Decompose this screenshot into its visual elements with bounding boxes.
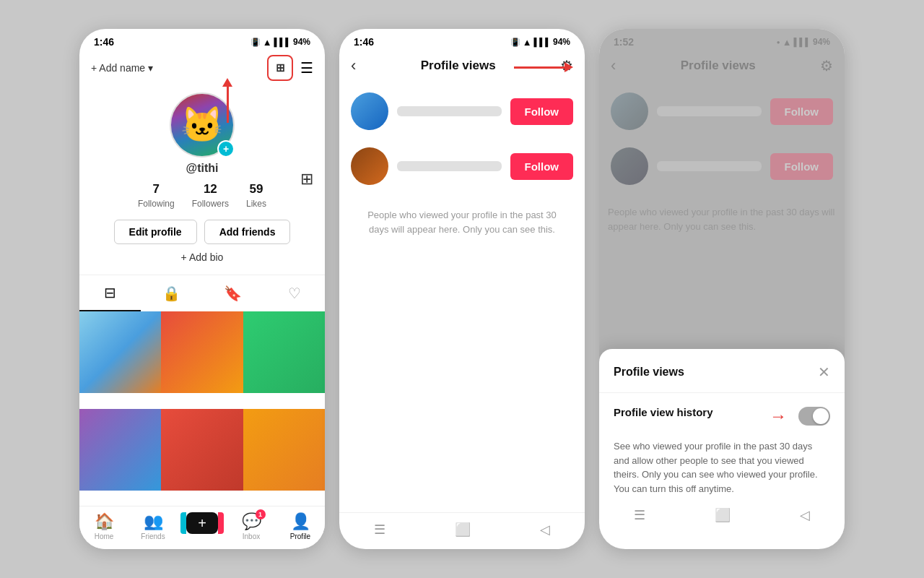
android-nav-3: ☰ ⬜ ◁: [599, 501, 845, 535]
arrow-head-up: [222, 78, 232, 87]
viewer-list-2: Follow Follow: [339, 84, 585, 194]
bottom-sheet: Profile views ✕ Profile view history → S…: [599, 349, 845, 549]
following-count: 7: [138, 182, 175, 197]
android-back-icon-3[interactable]: ◁: [800, 507, 810, 523]
status-time-2: 1:46: [354, 36, 374, 48]
stats-row: 7 Following 12 Followers 59 Likes: [138, 182, 266, 210]
add-name-label: + Add name: [91, 62, 145, 74]
nav-home[interactable]: 🏠 Home: [79, 512, 128, 540]
add-button[interactable]: +: [186, 512, 218, 534]
profile-views-icon[interactable]: ⊞: [267, 55, 293, 81]
android-home-icon-3[interactable]: ⬜: [715, 507, 731, 523]
toggle-thumb: [813, 408, 829, 424]
viewer-item-2-1: Follow: [348, 84, 576, 139]
viewer-avatar-2-1: [351, 92, 388, 130]
red-arrow-inline-icon: →: [770, 406, 787, 426]
tab-liked[interactable]: ♡: [263, 275, 325, 311]
video-cell-4[interactable]: [79, 409, 161, 491]
tab-bookmark[interactable]: 🔖: [202, 275, 263, 311]
android-home-icon-2[interactable]: ⬜: [455, 522, 471, 538]
sheet-description: See who viewed your profile in the past …: [599, 439, 845, 501]
edit-profile-button[interactable]: Edit profile: [114, 220, 197, 244]
profile-view-history-toggle[interactable]: [798, 407, 830, 426]
likes-stat[interactable]: 59 Likes: [246, 182, 266, 210]
arrow-annotation-1: [222, 78, 232, 123]
sheet-header: Profile views ✕: [599, 349, 845, 393]
hamburger-icon[interactable]: ☰: [300, 59, 313, 77]
add-name-button[interactable]: + Add name ▾: [91, 62, 153, 74]
wifi-icon: ▲: [263, 37, 272, 48]
android-nav-2: ☰ ⬜ ◁: [339, 512, 585, 549]
top-bar-icons: ⊞ ☰: [267, 55, 313, 81]
phone-2: 1:46 📳 ▲ ▌▌▌ 94% ‹ Profile views ⚙: [339, 29, 585, 549]
vibrate-icon-2: 📳: [510, 38, 520, 47]
add-friends-button[interactable]: Add friends: [204, 220, 291, 244]
battery-pct-1: 94%: [293, 37, 310, 47]
video-cell-2[interactable]: [161, 311, 243, 393]
add-bio-button[interactable]: + Add bio: [181, 251, 224, 263]
phone-2-wrapper: 1:46 📳 ▲ ▌▌▌ 94% ‹ Profile views ⚙: [339, 29, 585, 549]
content-tab-row: ⊟ 🔒 🔖 ♡: [79, 275, 325, 311]
android-menu-icon-2[interactable]: ☰: [374, 522, 385, 538]
nav-profile[interactable]: 👤 Profile: [276, 512, 325, 540]
following-label: Following: [138, 199, 175, 209]
video-cell-6[interactable]: [243, 409, 325, 491]
header-2-wrap: ‹ Profile views ⚙: [339, 51, 585, 84]
qr-icon[interactable]: ⊞: [300, 170, 313, 189]
tab-videos[interactable]: ⊟: [79, 275, 141, 311]
back-arrow-2[interactable]: ‹: [351, 56, 356, 75]
sheet-title: Profile views: [614, 366, 684, 379]
likes-label: Likes: [246, 199, 266, 209]
nav-inbox[interactable]: 💬 1 Inbox: [227, 512, 276, 540]
tab-lock[interactable]: 🔒: [141, 275, 202, 311]
status-icons-1: 📳 ▲ ▌▌▌ 94%: [250, 37, 310, 48]
video-cell-1[interactable]: [79, 311, 161, 393]
nav-add[interactable]: +: [178, 512, 227, 540]
followers-count: 12: [192, 182, 229, 197]
username-label: @tithi: [186, 162, 219, 175]
nav-friends[interactable]: 👥 Friends: [128, 512, 178, 540]
video-cell-5[interactable]: [161, 409, 243, 491]
status-bar-2: 1:46 📳 ▲ ▌▌▌ 94%: [339, 29, 585, 51]
android-menu-icon-3[interactable]: ☰: [634, 507, 645, 523]
wifi-icon-2: ▲: [523, 37, 532, 48]
sheet-close-button[interactable]: ✕: [818, 363, 830, 381]
inbox-label: Inbox: [243, 532, 260, 540]
android-back-icon-2[interactable]: ◁: [540, 522, 550, 538]
chevron-down-icon: ▾: [148, 62, 153, 74]
top-bar-1: + Add name ▾ ⊞ ☰: [79, 51, 325, 87]
home-icon: 🏠: [95, 512, 114, 531]
status-bar-1: 1:46 📳 ▲ ▌▌▌ 94%: [79, 29, 325, 51]
followers-stat[interactable]: 12 Followers: [192, 182, 229, 210]
follow-button-2-2[interactable]: Follow: [510, 153, 574, 180]
home-label: Home: [95, 532, 114, 540]
profile-btn-row: Edit profile Add friends: [114, 220, 291, 244]
phone-2-header: ‹ Profile views ⚙: [339, 51, 585, 84]
page-title-2: Profile views: [421, 59, 496, 73]
gear-icon-2[interactable]: ⚙: [560, 57, 573, 74]
video-grid: [79, 311, 325, 506]
following-stat[interactable]: 7 Following: [138, 182, 175, 210]
vibrate-icon: 📳: [250, 38, 261, 47]
viewer-avatar-2-2: [351, 147, 388, 185]
status-icons-2: 📳 ▲ ▌▌▌ 94%: [510, 37, 570, 48]
notice-text-2: People who viewed your profile in the pa…: [339, 194, 585, 251]
video-cell-3[interactable]: [243, 311, 325, 393]
signal-icon: ▌▌▌: [274, 38, 291, 46]
phone-1-wrapper: 1:46 📳 ▲ ▌▌▌ 94% + Add name ▾ ⊞ ☰: [79, 29, 325, 549]
avatar-add-button[interactable]: +: [217, 140, 235, 158]
viewer-name-skeleton-2-1: [397, 106, 502, 116]
friends-icon: 👥: [144, 512, 163, 531]
viewer-item-2-2: Follow: [348, 139, 576, 194]
history-label: Profile view history: [614, 406, 758, 418]
likes-count: 59: [246, 182, 266, 197]
sheet-history-row: Profile view history →: [599, 393, 845, 439]
profile-label: Profile: [290, 532, 310, 540]
views-glyph: ⊞: [276, 61, 285, 74]
status-time-1: 1:46: [94, 36, 114, 48]
inbox-badge: 1: [256, 509, 266, 519]
followers-label: Followers: [192, 199, 229, 209]
phone-1: 1:46 📳 ▲ ▌▌▌ 94% + Add name ▾ ⊞ ☰: [79, 29, 325, 549]
phone-3-wrapper: 1:52 ● ▲ ▌▌▌ 94% ‹ Profile views ⚙: [599, 29, 845, 549]
follow-button-2-1[interactable]: Follow: [510, 98, 574, 125]
